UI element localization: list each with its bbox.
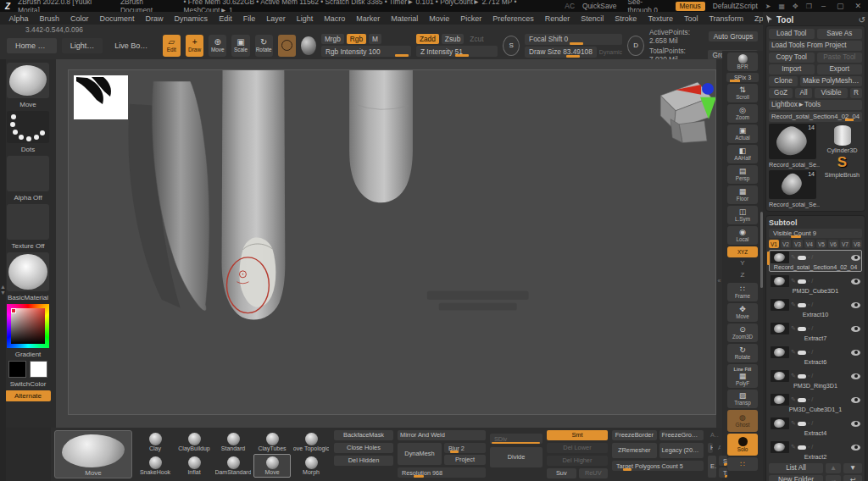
project-button[interactable]: Project [444,455,486,465]
paintbrush-icon[interactable]: ✎ [791,444,796,451]
persp-button[interactable]: ▤Persp [727,165,758,184]
copy-tool-button[interactable]: Copy Tool [769,53,815,63]
frame-button[interactable]: ∷Frame [727,283,758,301]
move-into-folder-button[interactable]: → [826,475,841,481]
tab-v7[interactable]: V7 [840,240,850,248]
thick-slider[interactable]: Thick 0.00985 [719,467,727,478]
eye-icon[interactable] [851,326,860,332]
sculpt-viewport[interactable] [68,69,716,415]
menu-macro[interactable]: Macro [319,14,351,23]
eye-icon[interactable] [851,302,860,308]
subtool-row[interactable]: ✎◦/ Extract2 [769,440,862,462]
paintbrush-icon[interactable]: ✎ [791,301,796,308]
smt-button[interactable]: Smt [547,430,608,440]
eye-icon[interactable] [851,445,860,451]
s-smt-slider[interactable]: S Smt 5 [719,456,727,466]
z-axis-button[interactable]: Z [727,271,758,281]
eye-icon[interactable] [851,279,860,285]
transp-button[interactable]: ▨Transp [727,390,758,408]
subtool-row[interactable]: ✎◦/ PM3D_Cube3D1 [769,274,862,296]
subtool-row[interactable]: ✎◦/ PM3D_Ring3D1 [769,368,862,390]
displacement-icon[interactable]: / [811,349,813,356]
xyz-button[interactable]: XYZ [727,246,758,257]
edit-button[interactable]: ▱Edit [163,35,181,57]
floor-button[interactable]: ▦Floor [727,185,758,204]
rgb-button[interactable]: Rgb [347,34,366,44]
menu-light[interactable]: Light [291,14,319,23]
brush-inflat[interactable]: Inflat [175,454,213,478]
tab-v3[interactable]: V3 [793,240,803,248]
displacement-icon[interactable]: / [811,301,813,308]
load-tools-from-project-button[interactable]: Load Tools From Project [769,41,862,51]
color-picker[interactable] [7,304,49,348]
backfacemask-button[interactable]: BackfaceMask [334,430,393,440]
resolution-slider[interactable]: Resolution 968 [398,467,486,478]
uv-icon[interactable]: ◦ [808,396,810,403]
accept-button[interactable]: Accept [715,443,721,453]
menu-tool[interactable]: Tool [678,14,704,23]
subtool-row[interactable]: ✎◦/ Extract10 [769,297,862,319]
displacement-icon[interactable]: / [811,420,813,427]
menu-edit[interactable]: Edit [214,14,238,23]
visible-count-slider[interactable]: Visible Count 9 [769,229,862,238]
paintbrush-icon[interactable]: ✎ [791,325,796,332]
save-as-button[interactable]: Save As [817,29,863,39]
polypaint-icon[interactable] [798,279,806,284]
active-brush-tile[interactable]: Move [54,430,132,478]
goz-button[interactable]: GoZ [769,88,793,98]
menu-stroke[interactable]: Stroke [609,14,643,23]
current-tool-name[interactable]: Record_sotai_Section4_02_04 [769,112,862,122]
main-color-swatch[interactable] [8,361,26,378]
z-intensity-slider[interactable]: Z Intensity 51 [416,46,498,57]
quicksave-button[interactable]: QuickSave [582,2,617,10]
polypaint-icon[interactable] [798,422,806,426]
simplebrush-icon[interactable]: S [837,155,847,170]
menu-transform[interactable]: Transform [704,14,749,23]
move-out-folder-button[interactable]: ↩ [843,475,862,481]
zsub-button[interactable]: Zsub [442,34,464,44]
new-folder-button[interactable]: New Folder [769,475,823,481]
close-button[interactable]: ✕ [853,2,863,10]
uv-icon[interactable]: ◦ [808,278,810,285]
titlebar-hand-icon[interactable]: ✥ [793,3,798,10]
brush-morph[interactable]: Morph [292,454,330,478]
zoom-button[interactable]: ◎Zoom [727,104,758,123]
extract-button[interactable]: Extract [708,456,716,478]
minimize-button[interactable]: – [820,2,827,10]
menu-movie[interactable]: Movie [424,14,455,23]
brush-move-topological[interactable]: Move Topological [292,430,330,454]
subtool-row[interactable]: ✎◦/ Extract6 [769,345,862,367]
paintbrush-icon[interactable]: ✎ [791,254,796,261]
polypaint-icon[interactable] [798,327,806,331]
document-thumbnail[interactable] [74,75,128,119]
del-lower-button[interactable]: Del Lower [547,443,608,453]
make-polymesh3d-button[interactable]: Make PolyMesh3D [800,76,862,86]
tab-v8[interactable]: V8 [852,240,862,248]
hidept-button[interactable]: HidePt [708,443,713,453]
menu-dynamics[interactable]: Dynamics [169,14,214,23]
displacement-icon[interactable]: / [811,444,813,451]
brush-move[interactable]: Move [253,454,291,478]
frame-partial-button[interactable]: ∷ [727,457,758,471]
eye-icon[interactable] [851,421,860,427]
menu-alpha[interactable]: Alpha [3,14,34,23]
displacement-icon[interactable]: / [811,278,813,285]
tab-v1[interactable]: V1 [769,240,779,248]
titlebar-cursor-icon[interactable]: ➤ [765,3,771,10]
live-boolean-button[interactable]: Live Boolean [108,38,157,53]
legacy-2018-button[interactable]: Legacy (2018) [659,443,704,458]
menu-picker[interactable]: Picker [455,14,487,23]
material-thumbnail[interactable] [7,252,49,291]
sdiv-slider[interactable]: SDiv [490,434,542,444]
paintbrush-icon[interactable]: ✎ [791,278,796,285]
freezeborder-button[interactable]: FreezeBorder [612,430,657,440]
cylinder3d-icon[interactable] [834,125,851,146]
material-sphere-icon[interactable] [301,36,316,55]
right-tray-divider[interactable]: « [716,59,722,428]
menu-document[interactable]: Document [94,14,140,23]
eye-icon[interactable] [851,397,860,403]
zremesher-button[interactable]: ZRemesher [612,443,657,458]
panel-reset-icon[interactable]: ↺ [859,15,865,25]
tab-v6[interactable]: V6 [828,240,838,248]
saturation-square[interactable] [11,308,45,344]
